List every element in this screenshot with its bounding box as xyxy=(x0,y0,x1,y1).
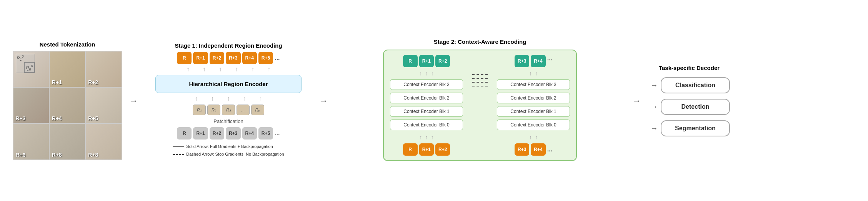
task-classification: Classification xyxy=(661,77,730,93)
in-token-dots: ... xyxy=(275,130,280,137)
ctx1-tok-R: R xyxy=(403,55,418,67)
patch-tokens-row: R₁ R₂ R₃ ... Rₚ xyxy=(193,105,264,115)
decoder-arrow-3: → xyxy=(651,125,658,133)
arrow-up-3: ↑ xyxy=(213,66,228,73)
arrow-up-6: ↑ xyxy=(262,66,276,73)
dashed-arrows-col xyxy=(472,55,488,94)
stage2-title: Stage 2: Context-Aware Encoding xyxy=(434,38,526,45)
stage1-input-tokens: R R+1 R+2 R+3 R+4 R+5 ... xyxy=(177,127,280,140)
in-token-R3: R+3 xyxy=(226,127,240,140)
cell-label-r6: R+6 xyxy=(16,152,26,158)
ctx2-bot-R4: R+4 xyxy=(531,143,545,156)
ctx2-blk3: Context Encoder Blk 3 xyxy=(497,79,570,90)
ctx1-blk2: Context Encoder Blk 2 xyxy=(390,93,463,103)
ctx1-arr1: ↑ xyxy=(420,70,422,76)
dashed-1 xyxy=(472,74,488,75)
task-segmentation: Segmentation xyxy=(661,120,730,136)
ctx1-darr3: ↑ xyxy=(431,134,434,140)
context-group-1: R R+1 R+2 ↑ ↑ ↑ Context Encoder Blk 3 Co… xyxy=(390,55,463,156)
arrow-up-patch-2: ↑ xyxy=(205,95,220,102)
ctx1-tok-R2: R+2 xyxy=(435,55,450,67)
in-token-R2: R+2 xyxy=(210,127,224,140)
ctx1-bot-tokens: R R+1 R+2 xyxy=(403,143,450,156)
decoder-arrow-1: → xyxy=(651,81,658,90)
arrow-up-patch-3: ↑ xyxy=(221,95,236,102)
dashed-4 xyxy=(472,86,488,86)
ctx1-darr2: ↑ xyxy=(425,134,428,140)
ctx2-arr2: ↑ xyxy=(535,70,538,76)
ctx2-blk2: Context Encoder Blk 2 xyxy=(497,93,570,103)
arrow-up-1: ↑ xyxy=(181,66,195,73)
grid-cell-r7: R+8 xyxy=(50,124,85,159)
arrows-up-2: ↑ ↑ ↑ ↑ ↑ xyxy=(189,95,268,102)
decoder-row-2: → Detection xyxy=(651,99,730,115)
arrow-up-patch-1: ↑ xyxy=(189,95,203,102)
ctx2-down-arrows: ↑ ↑ xyxy=(529,134,538,140)
patch-token-2: R₂ xyxy=(207,105,220,115)
r1-label: R10 xyxy=(17,55,24,61)
cell-label-r3: R+3 xyxy=(16,115,26,121)
arrow-up-patch-4: ↑ xyxy=(237,95,252,102)
out-token-R2: R+2 xyxy=(210,52,224,64)
cell-label-r2: R+2 xyxy=(88,79,98,85)
in-token-R4: R+4 xyxy=(242,127,257,140)
main-container: Nested Tokenization R10 Rp0 ... R+1 R+2 … xyxy=(8,38,860,163)
task-detection: Detection xyxy=(661,99,730,115)
ctx2-blk1: Context Encoder Blk 1 xyxy=(497,106,570,117)
cell-label-r7: R+8 xyxy=(52,152,62,158)
context-area: R R+1 R+2 ↑ ↑ ↑ Context Encoder Blk 3 Co… xyxy=(383,50,577,161)
legend-solid: Solid Arrow: Full Gradients + Backpropag… xyxy=(173,143,284,150)
grid-cell-r6: R+6 xyxy=(13,124,49,159)
ctx2-tok-R3: R+3 xyxy=(515,55,529,67)
out-token-R4: R+4 xyxy=(242,52,257,64)
decoder-row-3: → Segmentation xyxy=(651,120,730,136)
ctx1-bot-R2: R+2 xyxy=(435,143,450,156)
in-token-R: R xyxy=(177,127,192,140)
ctx1-bot-R: R xyxy=(403,143,418,156)
out-token-R3: R+3 xyxy=(226,52,240,64)
dots-center: ... xyxy=(27,66,31,72)
out-token-dots: ... xyxy=(275,55,280,61)
nested-grid: R10 Rp0 ... R+1 R+2 R+3 R+4 R+5 xyxy=(13,51,122,160)
grid-cell-r2: R+2 xyxy=(86,51,121,87)
patch-token-1: R₁ xyxy=(193,105,206,115)
ctx2-darr1: ↑ xyxy=(529,134,532,140)
grid-cell-r4: R+4 xyxy=(50,88,85,123)
ctx1-up-arrows: ↑ ↑ ↑ xyxy=(420,70,434,76)
decoder-arrow-2: → xyxy=(651,103,658,111)
ctx1-down-arrows: ↑ ↑ ↑ xyxy=(420,134,434,140)
patch-token-dots: ... xyxy=(237,105,250,115)
arrow-up-patch-5: ↑ xyxy=(253,95,268,102)
ctx1-tok-R1: R+1 xyxy=(419,55,434,67)
cell-label-r5: R+5 xyxy=(88,115,98,121)
dashed-line xyxy=(173,154,184,155)
out-token-R: R xyxy=(177,52,192,64)
arrow-up-2: ↑ xyxy=(197,66,212,73)
ctx1-blk0: Context Encoder Blk 0 xyxy=(390,120,463,130)
arrow-up-4: ↑ xyxy=(229,66,244,73)
arrow-1-2: → xyxy=(129,95,138,106)
dashed-3 xyxy=(472,82,488,83)
cell-label-r8: R+8 xyxy=(88,152,98,158)
ctx2-bot-dots: ... xyxy=(547,146,552,153)
ctx1-arr2: ↑ xyxy=(425,70,428,76)
in-token-R5: R+5 xyxy=(258,127,273,140)
ctx1-arr3: ↑ xyxy=(431,70,434,76)
section-nested-tokenization: Nested Tokenization R10 Rp0 ... R+1 R+2 … xyxy=(8,41,127,160)
ctx1-darr1: ↑ xyxy=(420,134,422,140)
legend-dashed-text: Dashed Arrow: Stop Gradients, No Backpro… xyxy=(186,151,284,158)
legend-solid-text: Solid Arrow: Full Gradients + Backpropag… xyxy=(186,143,273,150)
patch-token-3: R₃ xyxy=(222,105,235,115)
patchification-label: Patchification xyxy=(213,118,243,124)
out-token-R5: R+5 xyxy=(258,52,273,64)
decoder-title: Task-specific Decoder xyxy=(651,65,728,71)
ctx1-blk3: Context Encoder Blk 3 xyxy=(390,79,463,90)
solid-line xyxy=(173,146,184,147)
dashed-2 xyxy=(472,78,488,79)
arrows-up-1: ↑ ↑ ↑ ↑ ↑ ↑ xyxy=(181,66,276,73)
cell-label-r4: R+4 xyxy=(52,115,62,121)
stage1-title: Stage 1: Independent Region Encoding xyxy=(175,42,282,49)
ctx2-arr1: ↑ xyxy=(529,70,532,76)
hierarchical-encoder-box: Hierarchical Region Encoder xyxy=(155,75,302,93)
arrow-2-3: → xyxy=(319,95,328,106)
